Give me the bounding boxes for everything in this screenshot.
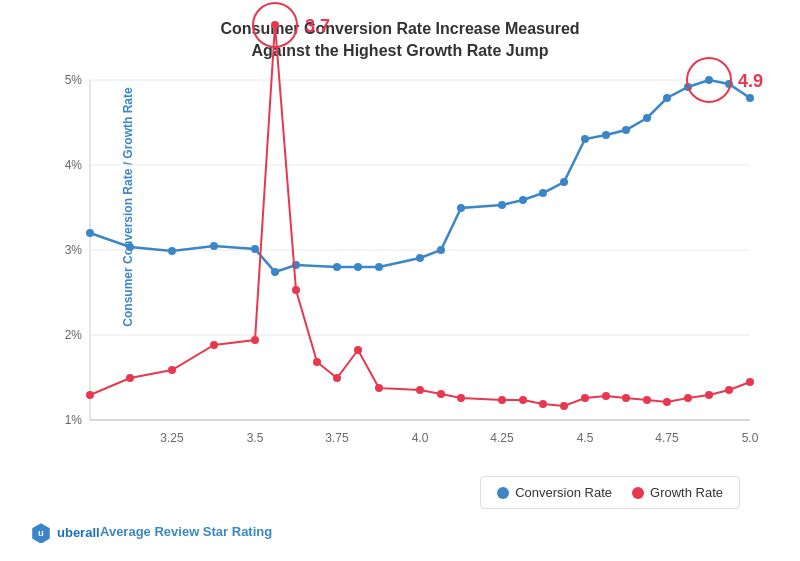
svg-point-67	[663, 398, 671, 406]
svg-point-69	[705, 391, 713, 399]
svg-text:5.0: 5.0	[742, 431, 759, 445]
svg-point-66	[643, 396, 651, 404]
svg-point-31	[457, 204, 465, 212]
svg-text:4.0: 4.0	[412, 431, 429, 445]
legend-dot-pink	[632, 487, 644, 499]
svg-text:4.5: 4.5	[577, 431, 594, 445]
svg-point-53	[333, 374, 341, 382]
legend-dot-blue	[497, 487, 509, 499]
svg-point-38	[622, 126, 630, 134]
svg-text:3.5: 3.5	[247, 431, 264, 445]
svg-point-50	[271, 21, 279, 29]
uberall-icon: u	[30, 521, 52, 543]
svg-point-65	[622, 394, 630, 402]
legend-conversion-rate: Conversion Rate	[497, 485, 612, 500]
svg-text:3.7: 3.7	[305, 16, 330, 36]
svg-point-70	[725, 386, 733, 394]
svg-point-54	[354, 346, 362, 354]
svg-point-32	[498, 201, 506, 209]
svg-point-42	[705, 76, 713, 84]
svg-point-57	[437, 390, 445, 398]
svg-point-58	[457, 394, 465, 402]
svg-point-39	[643, 114, 651, 122]
svg-point-34	[539, 189, 547, 197]
svg-point-33	[519, 196, 527, 204]
svg-point-59	[498, 396, 506, 404]
svg-point-21	[168, 247, 176, 255]
svg-text:4%: 4%	[65, 158, 83, 172]
svg-text:u: u	[38, 527, 44, 538]
svg-point-46	[126, 374, 134, 382]
svg-point-45	[86, 391, 94, 399]
x-axis-label: Average Review Star Rating	[100, 524, 272, 539]
svg-point-47	[168, 366, 176, 374]
svg-point-71	[746, 378, 754, 386]
growth-rate-line	[90, 25, 750, 406]
svg-point-68	[684, 394, 692, 402]
svg-text:3.25: 3.25	[160, 431, 184, 445]
svg-text:4.25: 4.25	[490, 431, 514, 445]
conversion-rate-line	[90, 80, 750, 272]
svg-point-44	[746, 94, 754, 102]
svg-point-29	[416, 254, 424, 262]
svg-point-52	[313, 358, 321, 366]
svg-text:3.75: 3.75	[325, 431, 349, 445]
svg-point-62	[560, 402, 568, 410]
svg-point-30	[437, 246, 445, 254]
svg-point-20	[126, 243, 134, 251]
svg-text:3%: 3%	[65, 243, 83, 257]
svg-point-64	[602, 392, 610, 400]
svg-text:2%: 2%	[65, 328, 83, 342]
svg-point-56	[416, 386, 424, 394]
svg-point-22	[210, 242, 218, 250]
svg-text:4.75: 4.75	[655, 431, 679, 445]
svg-point-24	[271, 268, 279, 276]
svg-point-37	[602, 131, 610, 139]
svg-point-55	[375, 384, 383, 392]
legend-growth-rate: Growth Rate	[632, 485, 723, 500]
svg-point-19	[86, 229, 94, 237]
uberall-logo: u uberall	[30, 521, 100, 543]
svg-point-23	[251, 245, 259, 253]
svg-text:1%: 1%	[65, 413, 83, 427]
legend-label-growth: Growth Rate	[650, 485, 723, 500]
svg-point-48	[210, 341, 218, 349]
brand-name: uberall	[57, 525, 100, 540]
svg-point-51	[292, 286, 300, 294]
svg-point-26	[333, 263, 341, 271]
svg-point-27	[354, 263, 362, 271]
chart-legend: Conversion Rate Growth Rate	[480, 476, 740, 509]
svg-point-28	[375, 263, 383, 271]
svg-point-63	[581, 394, 589, 402]
chart-container: Consumer Conversion Rate Increase Measur…	[0, 0, 800, 561]
svg-point-61	[539, 400, 547, 408]
svg-point-49	[251, 336, 259, 344]
svg-text:5%: 5%	[65, 73, 83, 87]
svg-point-36	[581, 135, 589, 143]
svg-point-40	[663, 94, 671, 102]
legend-label-conversion: Conversion Rate	[515, 485, 612, 500]
svg-text:4.9: 4.9	[738, 71, 763, 91]
svg-point-60	[519, 396, 527, 404]
svg-point-35	[560, 178, 568, 186]
